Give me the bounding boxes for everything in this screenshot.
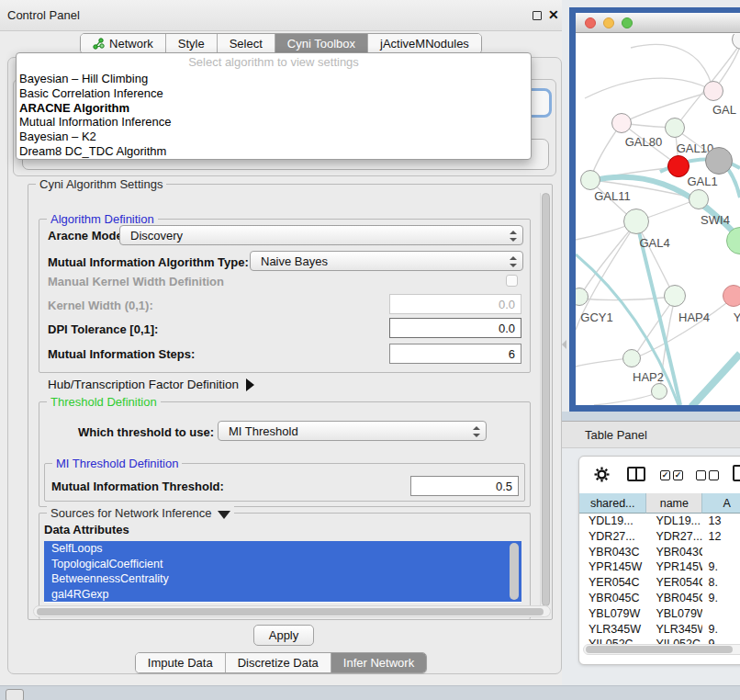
- dropdown-item-basic-correlation-inference[interactable]: Basic Correlation Inference: [17, 86, 531, 101]
- gear-icon[interactable]: [594, 467, 610, 482]
- manual-kernel-label: Manual Kernel Width Definition: [48, 275, 224, 288]
- dropdown-item-bayesian-hill-climbing[interactable]: Bayesian – Hill Climbing: [17, 72, 531, 86]
- table-row[interactable]: YLR345WYLR345W9.: [579, 622, 740, 638]
- combo-arrows-icon: [510, 255, 516, 268]
- mi-threshold-field[interactable]: [410, 476, 519, 496]
- close-icon[interactable]: ✕: [548, 7, 559, 22]
- network-node-gal1[interactable]: [689, 189, 709, 209]
- network-node-gal11[interactable]: [580, 170, 600, 190]
- node-label-hap2: HAP2: [633, 370, 664, 384]
- mi-algorithm-type-combobox[interactable]: Naive Bayes: [250, 251, 523, 271]
- attribute-item-betweennesscentrality[interactable]: BetweennessCentrality: [44, 571, 521, 587]
- mi-steps-field[interactable]: [389, 344, 521, 364]
- manual-kernel-checkbox[interactable]: [506, 275, 518, 287]
- tab-infer-network[interactable]: Infer Network: [331, 653, 426, 672]
- apply-button[interactable]: Apply: [253, 625, 314, 646]
- cytoscape-screen: Control Panel ✕ NetworkStyleSelectCyni T…: [0, 0, 740, 700]
- network-node[interactable]: [732, 34, 740, 50]
- table-horizontal-scrollbar[interactable]: [583, 644, 740, 655]
- float-window-icon[interactable]: [533, 11, 542, 20]
- network-node-gal[interactable]: [703, 81, 723, 101]
- attribute-item-selfloops[interactable]: SelfLoops: [44, 541, 521, 557]
- settings-horizontal-scrollbar[interactable]: [33, 605, 551, 617]
- tab-discretize-data[interactable]: Discretize Data: [226, 653, 331, 672]
- column-header-a[interactable]: A: [702, 493, 740, 514]
- table-cell: [702, 545, 740, 560]
- table-row[interactable]: YBR043CYBR043C: [579, 545, 740, 560]
- tab-label: Infer Network: [343, 656, 414, 670]
- which-threshold-combobox[interactable]: MI Threshold: [218, 421, 487, 441]
- table-row[interactable]: YPR145WYPR145W9.: [579, 559, 740, 575]
- network-node-hap2[interactable]: [622, 349, 641, 367]
- table-row[interactable]: YER054CYER054C8.: [579, 575, 740, 591]
- unchecked-pair-icon[interactable]: [696, 470, 719, 480]
- dpi-tolerance-field[interactable]: [389, 318, 521, 338]
- table-cell: YIL052C: [646, 637, 702, 644]
- aracne-mode-combobox[interactable]: Discovery: [119, 225, 523, 245]
- dropdown-item-dream8-dc-tdc-algorithm[interactable]: Dream8 DC_TDC Algorithm: [17, 144, 531, 159]
- dropdown-item-mutual-information-inference[interactable]: Mutual Information Inference: [17, 115, 531, 130]
- settings-vertical-scrollbar[interactable]: [540, 193, 550, 606]
- table-cell: YDL19...: [646, 514, 702, 529]
- combo-arrows-icon: [473, 425, 479, 438]
- table-row[interactable]: YBL079WYBL079W: [579, 606, 740, 622]
- hub-definition-label[interactable]: Hub/Transcription Factor Definition: [48, 378, 254, 391]
- attribute-item-topologicalcoefficient[interactable]: TopologicalCoefficient: [44, 557, 521, 572]
- network-node-gal80[interactable]: [611, 113, 632, 133]
- table-cell: YBR045C: [646, 591, 702, 606]
- table-cell: YDR27...: [579, 529, 646, 545]
- cyni-mode-tabbar: Impute DataDiscretize DataInfer Network: [0, 652, 562, 673]
- table-cell: YER054C: [646, 575, 702, 591]
- tab-cyni-toolbox[interactable]: Cyni Toolbox: [275, 34, 368, 53]
- attribute-item-gal4rgexp[interactable]: gal4RGexp: [44, 587, 521, 603]
- tab-label: Impute Data: [148, 656, 213, 670]
- table-cell: YBR045C: [579, 591, 646, 606]
- sources-title[interactable]: Sources for Network Inference: [47, 506, 234, 520]
- kernel-width-label: Kernel Width (0,1):: [48, 299, 153, 312]
- tab-select[interactable]: Select: [218, 34, 275, 53]
- zoom-traffic-light-icon[interactable]: [622, 17, 633, 28]
- table-row[interactable]: YDL19...YDL19...13: [579, 514, 740, 529]
- column-header-name[interactable]: name: [646, 493, 702, 514]
- split-columns-icon[interactable]: [627, 467, 645, 481]
- table-panel-card: ✓✓ shared...nameA YDL19...YDL19...13YDR2…: [578, 456, 740, 665]
- table-cell: 9.: [702, 622, 740, 638]
- page-icon[interactable]: [733, 465, 740, 481]
- close-traffic-light-icon[interactable]: [585, 17, 596, 28]
- dropdown-item-bayesian-k2[interactable]: Bayesian – K2: [17, 130, 531, 144]
- network-node-swi4[interactable]: [726, 227, 740, 254]
- tab-network[interactable]: Network: [81, 34, 166, 53]
- table-row[interactable]: YBR045CYBR045C9.: [579, 591, 740, 606]
- network-node-y[interactable]: [723, 285, 740, 307]
- panel-collapse-arrow-icon[interactable]: [562, 340, 566, 349]
- network-node-hap4[interactable]: [664, 285, 686, 307]
- tab-style[interactable]: Style: [166, 34, 218, 53]
- tab-impute-data[interactable]: Impute Data: [136, 653, 226, 672]
- mi-algorithm-type-label: Mutual Information Algorithm Type:: [48, 255, 249, 269]
- tab-jactivemnodules[interactable]: jActiveMNodules: [368, 34, 481, 53]
- network-node-gcy1[interactable]: [576, 288, 589, 306]
- table-cell: 9.: [702, 591, 740, 606]
- node-label-gal80: GAL80: [625, 135, 662, 149]
- minimize-traffic-light-icon[interactable]: [603, 17, 614, 28]
- mi-steps-label: Mutual Information Steps:: [48, 347, 195, 361]
- network-canvas[interactable]: GALGAL80GAL10GAL1GAL11SWI4GAL4GCY1HAP4YH…: [576, 34, 740, 405]
- dropdown-item-aracne-algorithm[interactable]: ARACNE Algorithm: [17, 101, 531, 116]
- table-row[interactable]: YDR27...YDR27...12: [579, 529, 740, 545]
- column-header-shared[interactable]: shared...: [579, 493, 646, 514]
- corner-grip[interactable]: [6, 689, 24, 700]
- attribute-list-scrollbar[interactable]: [510, 543, 519, 600]
- network-window-titlebar[interactable]: [576, 13, 740, 33]
- mi-threshold-label: Mutual Information Threshold:: [51, 480, 224, 493]
- network-node[interactable]: [651, 383, 667, 400]
- table-row[interactable]: YIL052CYIL052C9: [579, 637, 740, 644]
- network-node-gal4[interactable]: [623, 209, 649, 234]
- table-panel-header: Table Panel: [562, 421, 740, 448]
- window-gap: [562, 412, 740, 421]
- checked-pair-icon[interactable]: ✓✓: [660, 470, 683, 480]
- kernel-width-field[interactable]: [389, 294, 521, 314]
- network-node-gal10[interactable]: [665, 118, 685, 138]
- network-node[interactable]: [705, 147, 733, 175]
- table-cell: YIL052C: [579, 637, 646, 644]
- table-toolbar: ✓✓: [579, 457, 740, 493]
